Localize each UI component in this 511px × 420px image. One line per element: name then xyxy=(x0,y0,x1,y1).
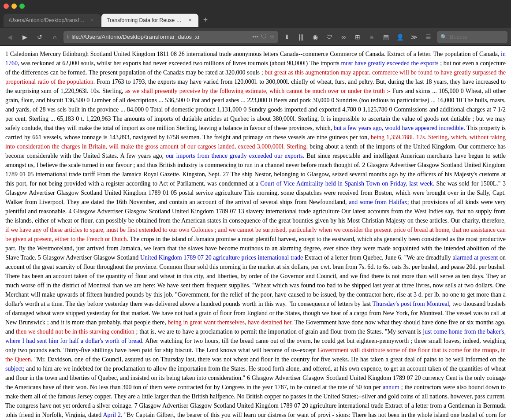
tab-2-close[interactable]: ✕ xyxy=(187,17,193,23)
overflow-menu-button[interactable]: ≫ xyxy=(408,31,420,43)
search-bar[interactable]: 🔍 xyxy=(437,31,507,43)
new-tab-button[interactable]: + xyxy=(199,14,212,26)
tab-1[interactable]: /Users/Antonio/Desktop/transforma... ✕ xyxy=(4,14,101,27)
forward-button[interactable]: ▶ xyxy=(19,31,31,43)
highlight-perceive: as we shall presently perceive by the fo… xyxy=(125,88,391,94)
content-text: 1 Caledonian Mercury Edinburgh Scotland … xyxy=(5,49,506,420)
lock-icon: ℹ xyxy=(67,34,69,40)
nav-icons: ⬇ ||| ◉ 🛡 ∞ ⊞ ≡ ▤ 👤 ≫ ☰ xyxy=(281,31,434,43)
highlight-uk-1789: United Kingdom 1789 07 20 agriculture pr… xyxy=(140,254,303,261)
tab-1-label: /Users/Antonio/Desktop/transforma... xyxy=(9,17,86,23)
tab-2-label: Transforming Data for Reuse and R... xyxy=(107,17,184,23)
content-area: 1 Caledonian Mercury Edinburgh Scotland … xyxy=(0,46,511,420)
highlight-few-years: but a few years ago, would have appeared… xyxy=(334,125,465,131)
tab-1-close[interactable]: ✕ xyxy=(89,17,95,23)
reader-button[interactable]: ≡ xyxy=(366,31,378,43)
vpn-button[interactable]: ∞ xyxy=(337,31,350,43)
nav-bar: ◀ ▶ ↺ ⌂ ℹ ••• 🛡 ☆ ⬇ ||| ◉ 🛡 ∞ ⊞ ≡ ▤ 👤 ≫ … xyxy=(0,28,511,46)
highlight-thursday: Thursday's post from Montreal, xyxy=(373,301,451,307)
sidebar-button[interactable]: ▤ xyxy=(380,31,392,43)
text-segment-16: ; that is, we are to have a proclamation… xyxy=(134,328,423,335)
text-segment-12: Extract of a letter from Quebec, June 6.… xyxy=(303,254,452,261)
highlight-imports: our imports from thence greatly exceeded… xyxy=(166,152,304,159)
download-button[interactable]: ⬇ xyxy=(281,31,293,43)
overflow-icon[interactable]: ••• xyxy=(252,33,258,40)
text-segment-1: 1 Caledonian Mercury Edinburgh Scotland … xyxy=(5,51,501,57)
tab-bar: /Users/Antonio/Desktop/transforma... ✕ T… xyxy=(0,12,511,28)
profile-button[interactable]: 👤 xyxy=(394,31,406,43)
close-button[interactable] xyxy=(4,4,9,9)
highlight-must: must have greatly exceeded the exports xyxy=(341,60,438,67)
highlight-halifax: and some from Halifax; xyxy=(349,199,409,205)
highlight-alarmed: alarmed at present xyxy=(452,254,498,261)
highlight-court: Court of Vice Admirality held in Spanish… xyxy=(260,180,434,187)
extensions-button[interactable]: ⊞ xyxy=(351,31,364,43)
search-icon: 🔍 xyxy=(440,34,447,40)
highlight-subject: subject; xyxy=(5,365,25,372)
pocket-button[interactable]: ◉ xyxy=(309,31,321,43)
minimize-button[interactable] xyxy=(11,4,17,9)
highlight-april: April 2. xyxy=(103,412,122,418)
highlight-starving: then we should not be in this starving c… xyxy=(16,328,134,335)
maximize-button[interactable] xyxy=(19,4,25,9)
text-segment-13: on account of the great scarcity of flou… xyxy=(5,254,506,307)
search-input[interactable] xyxy=(450,33,494,40)
tab-2[interactable]: Transforming Data for Reuse and R... ✕ xyxy=(101,14,198,27)
back-button[interactable]: ◀ xyxy=(4,31,16,43)
title-bar xyxy=(0,0,511,12)
menu-button[interactable]: ☰ xyxy=(422,31,434,43)
highlight-annum: annum xyxy=(383,384,399,390)
address-bar[interactable]: ℹ ••• 🛡 ☆ xyxy=(63,31,278,43)
bookmarks-button[interactable]: ||| xyxy=(295,31,307,43)
reload-button[interactable]: ↺ xyxy=(34,31,46,43)
home-button[interactable]: ⌂ xyxy=(48,31,61,43)
adblock-button[interactable]: 🛡 xyxy=(323,31,336,43)
address-input[interactable] xyxy=(71,33,250,40)
shield-icon: 🛡 xyxy=(261,33,267,40)
highlight-people-there: being in great want themselves, have det… xyxy=(168,319,293,326)
traffic-lights xyxy=(4,4,25,9)
text-segment-2: was reckoned at 62,000 souls, whilst her… xyxy=(19,60,341,67)
text-segment-18: "Mr. Davidson, one of the Council, assur… xyxy=(32,356,506,363)
bookmark-star-icon[interactable]: ☆ xyxy=(269,33,275,40)
